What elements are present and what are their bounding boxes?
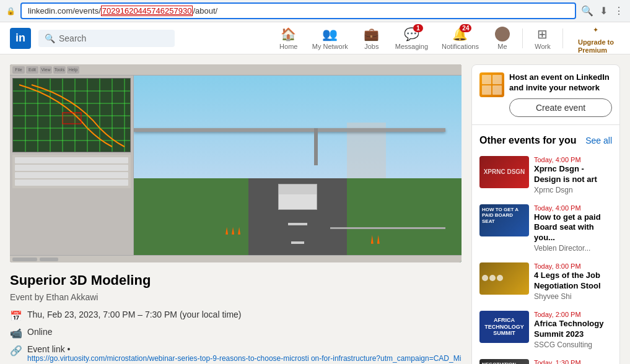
nav-work-label: Work <box>535 43 550 50</box>
event-name-2: How to get a paid Board seat with you... <box>534 212 612 244</box>
event-thumb-1: XPRNC DSGN <box>479 156 529 188</box>
url-highlight: 70291620445746257930 <box>101 6 193 16</box>
nav-jobs[interactable]: 💼 Jobs <box>356 27 388 50</box>
modeling-body <box>10 76 462 262</box>
event-date: Thu, Feb 23, 2023, 7:00 PM – 7:30 PM (yo… <box>27 310 242 319</box>
event-org-2: Veblen Director... <box>534 244 612 253</box>
lock-icon: 🔒 <box>6 7 15 15</box>
nav-items: 🏠 Home 👥 My Network 💼 Jobs 💬 1 Messaging… <box>273 22 620 53</box>
host-event-text: Host an event on LinkedIn and invite you… <box>509 72 612 117</box>
nav-network[interactable]: 👥 My Network <box>306 27 354 50</box>
calendar-icon: 📅 <box>10 310 22 322</box>
event-title: Superior 3D Modeling <box>10 272 462 288</box>
event-link-row: 🔗 Event link • https://go.virtuosity.com… <box>10 344 462 364</box>
nav-work[interactable]: ⊞ Work <box>527 27 559 50</box>
event-location-row: 📹 Online <box>10 327 462 339</box>
browser-chrome: 🔒 linkedin.com/events/702916204457462579… <box>0 0 630 22</box>
event-thumb-4: AFRICA TECHNOLOGY SUMMIT <box>479 311 529 343</box>
event-time-4: Today, 2:00 PM <box>534 311 612 318</box>
linkedin-nav: in 🔍 Search 🏠 Home 👥 My Network 💼 Jobs 💬… <box>0 22 630 54</box>
host-event-title: Host an event on LinkedIn and invite you… <box>509 72 612 93</box>
me-avatar <box>495 27 510 41</box>
jobs-icon: 💼 <box>364 27 379 41</box>
event-info-1: Today, 4:00 PM Xprnc Dsgn - Design is no… <box>534 156 612 194</box>
url-suffix: /about/ <box>193 6 217 15</box>
sidebar-card: Host an event on LinkedIn and invite you… <box>471 64 620 364</box>
event-time-1: Today, 4:00 PM <box>534 156 612 163</box>
link-icon: 🔗 <box>10 345 22 357</box>
nav-messaging[interactable]: 💬 1 Messaging <box>389 27 434 50</box>
event-date-row: 📅 Thu, Feb 23, 2023, 7:00 PM – 7:30 PM (… <box>10 310 462 322</box>
list-item[interactable]: Today, 8:00 PM 4 Legs of the Job Negotia… <box>472 258 619 306</box>
event-info-2: Today, 4:00 PM How to get a paid Board s… <box>534 204 612 253</box>
event-name-1: Xprnc Dsgn - Design is not art <box>534 164 612 185</box>
nav-home[interactable]: 🏠 Home <box>273 27 305 50</box>
list-item[interactable]: NEGOTIATION AND STRUCTURING OF M&A Today… <box>472 354 619 364</box>
work-icon: ⊞ <box>537 27 548 41</box>
event-image: File Edit View Tools Help <box>10 64 462 262</box>
search-placeholder: Search <box>59 33 86 43</box>
event-thumb-3 <box>479 262 529 295</box>
nav-me-label: Me <box>497 43 507 50</box>
home-icon: 🏠 <box>281 27 296 41</box>
download-icon[interactable]: ⬇ <box>600 5 608 17</box>
event-link-url[interactable]: https://go.virtuosity.com/microstation/w… <box>27 354 462 364</box>
event-org-4: SSCG Consulting <box>534 340 612 349</box>
messaging-badge: 1 <box>413 24 423 32</box>
event-org-1: Xprnc Dsgn <box>534 186 612 194</box>
nav-messaging-label: Messaging <box>395 43 428 50</box>
nav-notifications[interactable]: 🔔 24 Notifications <box>435 27 485 50</box>
video-icon: 📹 <box>10 327 22 339</box>
nav-home-label: Home <box>279 43 297 50</box>
search-box[interactable]: 🔍 Search <box>38 30 175 47</box>
linkedin-logo[interactable]: in <box>10 28 31 49</box>
list-item[interactable]: HOW TO GET A PAID BOARD SEAT Today, 4:00… <box>472 199 619 258</box>
list-item[interactable]: AFRICA TECHNOLOGY SUMMIT Today, 2:00 PM … <box>472 306 619 354</box>
url-bar[interactable]: linkedin.com/events/70291620445746257930… <box>20 2 576 19</box>
event-link-prefix: Event link • <box>27 344 71 354</box>
other-events-list: XPRNC DSGN Today, 4:00 PM Xprnc Dsgn - D… <box>472 151 619 364</box>
event-info-4: Today, 2:00 PM Africa Technology Summit … <box>534 311 612 349</box>
nav-upgrade[interactable]: ✦ Upgrade to Premium <box>572 22 620 53</box>
notifications-icon: 🔔 24 <box>452 27 468 41</box>
browser-toolbar: 🔍 ⬇ ⋮ <box>581 5 624 17</box>
upgrade-icon: ✦ <box>593 22 598 37</box>
search-icon: 🔍 <box>45 33 55 43</box>
notifications-badge: 24 <box>460 24 471 32</box>
other-events-header: Other events for you See all <box>472 128 619 151</box>
event-time-5: Today, 1:30 PM <box>534 359 612 364</box>
create-event-button[interactable]: Create event <box>509 98 612 117</box>
event-org-3: Shyvee Shi <box>534 292 612 301</box>
search-browser-icon[interactable]: 🔍 <box>581 5 593 17</box>
event-info-5: Today, 1:30 PM Negotiation and Structuri… <box>534 359 612 364</box>
host-event-section: Host an event on LinkedIn and invite you… <box>472 65 619 124</box>
nav-me[interactable]: Me <box>486 27 518 50</box>
modeling-3d-view <box>134 76 462 262</box>
sidebar: Host an event on LinkedIn and invite you… <box>471 64 620 364</box>
main-layout: File Edit View Tools Help <box>0 54 630 364</box>
nav-upgrade-label: Upgrade to Premium <box>578 38 614 53</box>
event-name-3: 4 Legs of the Job Negotiation Stool <box>534 271 612 292</box>
menu-icon[interactable]: ⋮ <box>614 5 624 17</box>
event-thumb-2: HOW TO GET A PAID BOARD SEAT <box>479 204 529 236</box>
event-by: Event by Ethan Akkawi <box>10 292 462 302</box>
event-time-3: Today, 8:00 PM <box>534 262 612 270</box>
event-name-4: Africa Technology Summit 2023 <box>534 319 612 340</box>
svg-rect-14 <box>63 113 81 124</box>
see-all-link[interactable]: See all <box>585 136 612 145</box>
event-info-3: Today, 8:00 PM 4 Legs of the Job Negotia… <box>534 262 612 301</box>
list-item[interactable]: XPRNC DSGN Today, 4:00 PM Xprnc Dsgn - D… <box>472 151 619 199</box>
url-prefix: linkedin.com/events/ <box>28 6 101 15</box>
modeling-toolbar: File Edit View Tools Help <box>10 64 462 76</box>
nav-network-label: My Network <box>312 43 348 50</box>
nav-notifications-label: Notifications <box>442 43 479 50</box>
nav-jobs-label: Jobs <box>364 43 378 50</box>
other-events-title: Other events for you <box>479 135 576 146</box>
event-location: Online <box>27 327 52 337</box>
event-thumb-5: NEGOTIATION AND STRUCTURING OF M&A <box>479 359 529 364</box>
modeling-left-panel <box>10 76 134 262</box>
messaging-icon: 💬 1 <box>404 27 419 41</box>
event-time-2: Today, 4:00 PM <box>534 204 612 212</box>
network-icon: 👥 <box>322 27 338 41</box>
event-content: File Edit View Tools Help <box>10 64 462 364</box>
